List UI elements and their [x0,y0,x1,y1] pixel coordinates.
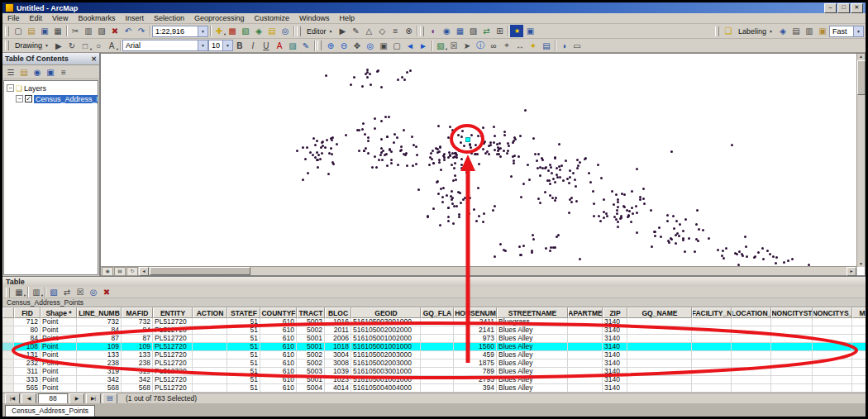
edit-tool-icon[interactable]: ▶ [336,25,349,37]
toolbar-grip[interactable] [715,26,719,36]
cell[interactable]: Blues Alley [497,351,568,359]
go-to-xy-icon[interactable]: ⌖ [500,40,513,52]
cell[interactable]: 87 [122,335,153,343]
cell[interactable]: Blues Alley [497,376,568,384]
cell[interactable]: 1560 [454,343,497,351]
cell[interactable] [627,318,692,326]
cell[interactable]: 5003 [297,368,325,376]
cell[interactable]: 3140 [603,326,627,335]
cell[interactable] [692,326,732,335]
table-row[interactable]: 311Point319319PL512720516105003103951610… [2,368,866,376]
record-position-input[interactable]: 88 [38,393,68,404]
related-tables-icon[interactable]: ▥▼ [30,286,43,298]
text-tool-icon[interactable]: A▼ [105,40,118,52]
cell[interactable] [568,351,603,359]
cell[interactable] [852,351,866,359]
cell[interactable]: PL512720 [153,376,193,384]
row-selector[interactable] [2,368,14,376]
cell[interactable] [692,343,732,351]
map-area[interactable]: ▲ ▼ ◉▤↻ ◄ ► [100,53,866,276]
cell[interactable] [813,343,852,351]
cell[interactable] [813,368,852,376]
attributes-window-icon[interactable]: ≡ [389,25,402,37]
table-row[interactable]: 84Point8787PL512720516105001200651610500… [2,335,866,343]
clear-selected-features-icon[interactable]: ☒ [447,40,460,52]
next-record-button[interactable]: ▶ [69,393,84,404]
cell[interactable] [813,384,852,393]
cell[interactable]: 459 [454,351,497,359]
toc-options-icon[interactable]: ≡ [57,66,70,79]
topology-icon[interactable]: ◐ [427,25,440,37]
cell[interactable]: 5001 [297,335,325,343]
cell[interactable] [813,351,852,359]
cell[interactable] [852,335,866,343]
cell[interactable]: 3140 [603,335,627,343]
cell[interactable]: PL512720 [153,343,193,351]
cell[interactable] [852,318,866,326]
time-slider-icon[interactable]: ◑ [557,40,570,52]
catalog-window-icon[interactable]: ▤ [265,25,279,37]
toolbar-grip[interactable] [297,26,301,36]
cell[interactable]: Point [41,343,77,351]
full-extent-icon[interactable]: ◎ [364,40,377,52]
cell[interactable]: 5001 [297,343,325,351]
menu-view[interactable]: View [47,14,73,22]
cell[interactable]: 516105003001000 [351,368,421,376]
cell[interactable] [692,384,732,393]
map-canvas[interactable] [101,54,856,267]
select-elements-icon[interactable]: ➤ [460,40,474,52]
column-header-location-[interactable]: LOCATION_ [732,307,771,318]
cell[interactable]: 610 [260,326,297,335]
cell[interactable] [193,359,227,368]
cell[interactable]: 3008 [325,359,351,368]
html-popup-icon[interactable]: ▤ [540,40,553,52]
menu-customize[interactable]: Customize [250,14,295,22]
cell[interactable] [732,384,771,393]
cell[interactable] [421,318,454,326]
cell[interactable]: 319 [77,368,122,376]
cell[interactable]: PL512720 [153,359,193,368]
list-by-source-icon[interactable]: ▤ [17,66,31,79]
cell[interactable] [771,343,813,351]
cell[interactable]: PL512720 [153,351,193,359]
cell[interactable]: 5002 [297,359,325,368]
cell[interactable]: 732 [77,318,122,326]
cell[interactable]: 51 [227,376,260,384]
cell[interactable]: 789 [454,368,497,376]
bold-button[interactable]: B [233,40,246,52]
cell[interactable]: PL512720 [153,368,193,376]
cell[interactable] [193,376,227,384]
open-map-icon[interactable]: ▤ [25,25,38,37]
cell[interactable] [692,359,732,368]
cell[interactable]: 1023 [325,376,351,384]
rotate-graphics-icon[interactable]: ↻ [65,40,79,52]
collapse-icon[interactable]: − [7,84,14,92]
refresh-view-button[interactable]: ↻ [126,267,138,276]
map-horizontal-scrollbar[interactable]: ◉▤↻ ◄ ► [101,266,857,275]
cell[interactable]: 516105001001000 [351,376,421,384]
spatial-adjust-icon[interactable]: ◉ [440,25,453,37]
cell[interactable] [193,351,227,359]
column-header-entity[interactable]: ENTITY [153,307,193,318]
row-selector[interactable] [2,335,14,343]
cell[interactable] [852,368,866,376]
cell[interactable]: 3140 [603,351,627,359]
row-selector[interactable] [2,318,14,326]
layer-name[interactable]: Census_Address_Points [34,95,98,103]
cell[interactable] [852,359,866,368]
toolbar-grip[interactable] [420,26,424,36]
menu-insert[interactable]: Insert [120,14,149,22]
cell[interactable]: 232 [14,359,41,368]
cell[interactable]: 3140 [603,384,627,393]
cell[interactable]: 238 [122,359,153,368]
cell[interactable] [732,326,771,335]
cell[interactable]: 108 [14,343,41,351]
cell[interactable] [568,326,603,335]
pan-icon[interactable]: ✥ [351,40,364,52]
table-row[interactable]: 108Point109109PL512720516105001101851610… [2,343,866,351]
cell[interactable] [732,376,771,384]
layer-visibility-checkbox[interactable]: ✓ [25,95,32,102]
copy-icon[interactable]: ▥ [82,25,95,37]
cell[interactable]: 568 [122,384,153,393]
cell[interactable]: 51 [227,326,260,335]
